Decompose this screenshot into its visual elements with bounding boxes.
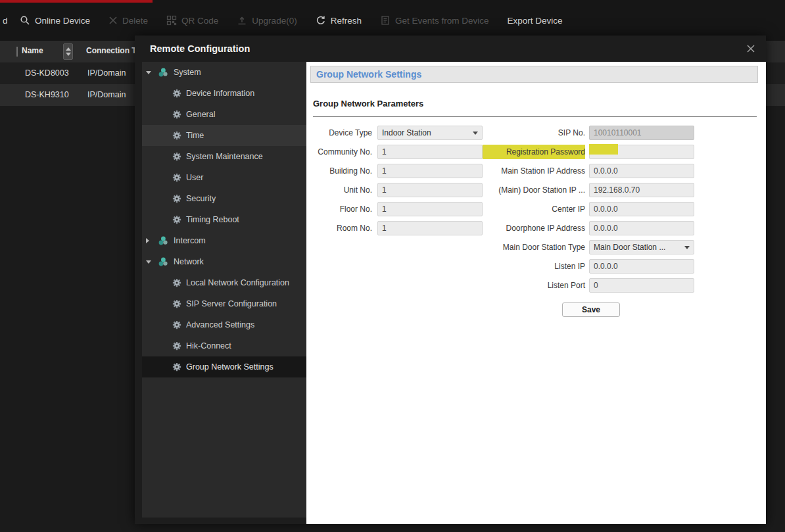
gear-icon	[172, 362, 181, 372]
field-label: Unit No.	[312, 183, 372, 197]
toolbar-item-export-device[interactable]: Export Device	[508, 16, 563, 26]
device-name-cell: DS-KD8003	[25, 68, 69, 78]
delete-icon	[108, 16, 118, 25]
gear-icon	[172, 110, 181, 119]
field-label: Main Station IP Address	[483, 164, 585, 178]
device-name-cell: DS-KH9310	[25, 90, 69, 99]
remote-configuration-dialog: Remote Configuration System Device Infor…	[135, 36, 766, 524]
section-title: Group Network Parameters	[313, 99, 766, 109]
tree-item-timing-reboot[interactable]: Timing Reboot	[142, 209, 306, 230]
form-row-listen-ip: Listen IP	[483, 259, 694, 274]
field-label: Floor No.	[312, 202, 372, 216]
config-tree: System Device Information General Time S…	[142, 62, 306, 518]
field-label: Community No.	[312, 145, 372, 159]
field-label: Room No.	[312, 221, 372, 235]
tree-item-advanced-settings[interactable]: Advanced Settings	[142, 314, 306, 335]
toolbar-item-qr-code[interactable]: QR Code	[166, 15, 218, 26]
selected-value: Main Door Station ...	[594, 243, 665, 252]
tree-item-label: Advanced Settings	[186, 320, 254, 329]
tree-item-label: Timing Reboot	[186, 215, 239, 224]
tree-item-label: Device Information	[186, 89, 254, 98]
search-icon	[20, 15, 30, 26]
form-row-device-type: Device Type Indoor Station	[312, 126, 483, 140]
gear-icon	[172, 320, 181, 329]
toolbar-item-delete[interactable]: Delete	[108, 16, 148, 26]
gear-icon	[172, 278, 181, 287]
field-label: Main Door Station Type	[483, 240, 585, 254]
community-no-input[interactable]	[377, 145, 483, 159]
gear-icon	[172, 215, 181, 224]
tree-group-network[interactable]: Network	[142, 251, 306, 272]
field-label: Listen Port	[483, 278, 585, 293]
column-header-name[interactable]: Name	[22, 46, 43, 55]
form-row-building-no: Building No.	[312, 164, 483, 178]
tree-item-device-information[interactable]: Device Information	[142, 83, 306, 104]
floor-no-input[interactable]	[377, 202, 483, 216]
tree-item-system-maintenance[interactable]: System Maintenance	[142, 146, 306, 167]
sort-down-icon	[66, 53, 71, 56]
toolbar-item-online-device[interactable]: Online Device	[20, 15, 90, 26]
tree-item-label: System Maintenance	[186, 152, 263, 161]
toolbar: d Online Device Delete QR Code Upgrade(0…	[0, 0, 785, 41]
tree-item-general[interactable]: General	[142, 104, 306, 125]
tree-item-user[interactable]: User	[142, 167, 306, 188]
room-no-input[interactable]	[377, 221, 483, 235]
tree-group-intercom[interactable]: Intercom	[142, 230, 306, 251]
device-connection-cell: IP/Domain	[87, 68, 126, 78]
field-label: Device Type	[312, 126, 372, 140]
toolbar-item-add-partial[interactable]: d	[3, 16, 12, 26]
doorphone-ip-input[interactable]	[589, 221, 694, 235]
save-button[interactable]: Save	[562, 302, 620, 317]
gear-icon	[172, 341, 181, 351]
toolbar-label: Delete	[122, 16, 148, 26]
listen-ip-input[interactable]	[589, 259, 694, 274]
toolbar-label: Upgrade(0)	[252, 16, 297, 26]
center-ip-input[interactable]	[589, 202, 694, 216]
chevron-down-icon	[473, 132, 478, 135]
expand-arrow-icon[interactable]	[146, 260, 154, 264]
column-header-connection[interactable]: Connection T...	[86, 46, 142, 55]
tree-item-label: Group Network Settings	[186, 362, 274, 372]
tree-item-local-network-configuration[interactable]: Local Network Configuration	[142, 272, 306, 293]
dialog-title-bar: Remote Configuration	[135, 36, 766, 62]
toolbar-item-upgrade[interactable]: Upgrade(0)	[237, 15, 297, 26]
expand-arrow-icon[interactable]	[146, 238, 154, 243]
dialog-body: System Device Information General Time S…	[135, 62, 766, 524]
gear-icon	[172, 131, 181, 140]
tree-group-system[interactable]: System	[142, 62, 306, 83]
tree-item-label: User	[186, 173, 203, 182]
toolbar-item-get-events[interactable]: Get Events from Device	[380, 15, 489, 26]
field-label: Listen IP	[483, 259, 585, 274]
main-door-station-type-select[interactable]: Main Door Station ...	[589, 240, 694, 254]
tree-item-label: Local Network Configuration	[186, 278, 289, 287]
tree-item-hik-connect[interactable]: Hik-Connect	[142, 335, 306, 356]
tree-item-sip-server-configuration[interactable]: SIP Server Configuration	[142, 293, 306, 314]
column-divider	[16, 47, 18, 57]
unit-no-input[interactable]	[377, 183, 483, 197]
tree-item-label: Time	[186, 131, 204, 140]
toolbar-item-refresh[interactable]: Refresh	[316, 15, 362, 26]
cluster-icon	[158, 256, 168, 267]
section-divider	[313, 116, 757, 117]
building-no-input[interactable]	[377, 164, 483, 178]
main-station-ip-input[interactable]	[589, 164, 694, 178]
tree-item-time[interactable]: Time	[142, 125, 306, 146]
toolbar-label: Online Device	[35, 16, 90, 26]
expand-arrow-icon[interactable]	[146, 71, 154, 74]
listen-port-input[interactable]	[589, 278, 694, 293]
gear-icon	[172, 299, 181, 308]
chevron-down-icon	[684, 246, 690, 249]
sort-spinner[interactable]	[63, 43, 73, 60]
device-type-select[interactable]: Indoor Station	[377, 126, 483, 140]
close-icon[interactable]	[745, 43, 757, 55]
tree-item-group-network-settings[interactable]: Group Network Settings	[142, 356, 306, 377]
form-row-listen-port: Listen Port	[483, 278, 694, 293]
main-door-station-ip-input[interactable]	[589, 183, 694, 197]
tree-item-security[interactable]: Security	[142, 188, 306, 209]
form-row-doorphone-ip: Doorphone IP Address	[483, 221, 694, 235]
field-label: Building No.	[312, 164, 372, 178]
field-label: Doorphone IP Address	[483, 221, 585, 235]
gear-icon	[172, 194, 181, 203]
tree-item-label: System	[174, 68, 201, 77]
selected-value: Indoor Station	[382, 128, 431, 137]
